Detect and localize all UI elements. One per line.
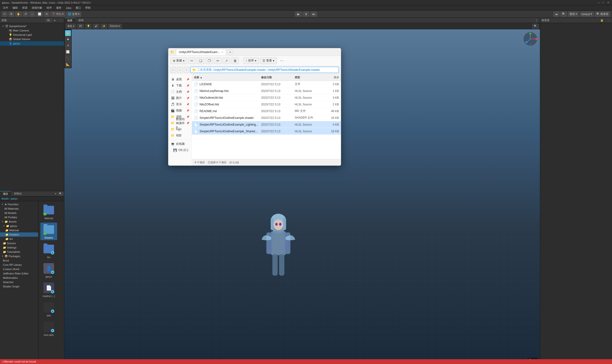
collab-btn[interactable]: ☁ xyxy=(553,12,560,17)
history-btn[interactable]: ↩ xyxy=(2,12,7,17)
hierarchy-item-ganyu[interactable]: 👤 ganyu xyxy=(0,41,64,46)
move-tool[interactable]: ✚ xyxy=(65,37,71,42)
fe-rename-btn[interactable]: ✏ xyxy=(214,57,222,64)
fe-file-niloinv[interactable]: 📄 NiloInvLerpRemap.hlsl 2023/7/22 5:13 H… xyxy=(192,88,341,94)
transform-move-btn[interactable]: ✋ xyxy=(15,12,22,17)
tree-searcher[interactable]: Searcher xyxy=(0,280,38,284)
tree-shaders[interactable]: 📁 Shaders xyxy=(0,233,38,237)
fe-delete-btn[interactable]: 🗑 xyxy=(231,57,239,64)
file-shaders[interactable]: ✓ Shaders xyxy=(40,222,57,240)
tree-core-rp[interactable]: Core RP Library xyxy=(0,263,38,267)
fe-tab-close-btn[interactable]: + xyxy=(221,51,223,53)
tab-scene[interactable]: 场景 xyxy=(64,18,75,23)
fe-file-readme[interactable]: 📄 README.md 2023/7/22 5:13 MD 文件 46 KB xyxy=(192,108,341,115)
shaded-btn[interactable]: 着色 ▾ xyxy=(66,24,76,28)
hierarchy-scene[interactable]: ▼ 🎬 SampleScene* xyxy=(0,24,64,28)
project-search[interactable]: 🔍 xyxy=(58,192,63,195)
scene-more-btn[interactable]: ⋮ xyxy=(533,19,540,22)
inspector-lock-btn[interactable]: 🔒 xyxy=(599,19,605,22)
audio-btn[interactable]: 🔊 xyxy=(93,24,99,28)
tab-project[interactable]: 项目 xyxy=(0,191,11,196)
tree-jetbrains[interactable]: JetBrains Rider Editor xyxy=(0,271,38,276)
gizmos-btn[interactable]: Gizmos ▾ xyxy=(108,24,122,28)
search-btn[interactable]: 🔍 xyxy=(560,12,567,17)
fe-sort-btn[interactable]: ↑ 排序 ▾ xyxy=(243,57,259,64)
fe-forward-btn[interactable]: → xyxy=(177,67,183,73)
window-controls[interactable]: — □ ✕ xyxy=(598,1,610,4)
hierarchy-more-btn[interactable]: ⋮ xyxy=(58,19,63,22)
menu-gameobject[interactable]: 游戏对象 xyxy=(30,6,44,10)
scale-tool[interactable]: ⬜ xyxy=(65,49,71,55)
coordinate-btn[interactable]: 🌐 全局 ▾ xyxy=(66,12,81,17)
file-readme[interactable]: 📄 + readme [...] xyxy=(40,281,57,299)
tree-all-materials[interactable]: All Materials xyxy=(0,207,38,211)
close-btn[interactable]: ✕ xyxy=(607,1,610,4)
tree-custom-nunit[interactable]: Custom NUnit xyxy=(0,267,38,271)
fe-sidebar-video[interactable]: 🎬 视频 📌 xyxy=(168,107,192,114)
2d-btn[interactable]: 2D xyxy=(77,24,84,28)
tree-ganyu[interactable]: ▼ 📁 ganyu xyxy=(0,224,38,228)
fe-sidebar-beginner[interactable]: 📁 初阶 xyxy=(168,132,192,139)
menu-jobs[interactable]: Jobs xyxy=(64,6,73,10)
transform-rotate-btn[interactable]: ↺ xyxy=(23,12,28,17)
tree-favorites[interactable]: ▼ ★ Favorites xyxy=(0,202,38,207)
tree-assets[interactable]: ▼ 📁 Assets xyxy=(0,220,38,224)
transform-scale-btn[interactable]: ↔ xyxy=(29,12,35,17)
maximize-btn[interactable]: □ xyxy=(602,1,605,4)
tree-mathematics[interactable]: Mathematics xyxy=(0,276,38,280)
menu-window[interactable]: 窗口 xyxy=(74,6,83,10)
hierarchy-search[interactable]: All xyxy=(45,18,52,22)
col-type-header[interactable]: 类型 xyxy=(293,76,322,79)
transform-rect-btn[interactable]: ⬜ xyxy=(36,12,43,17)
pivot-btn[interactable]: 📍 中心 ▾ xyxy=(51,12,65,17)
fe-new-btn[interactable]: ⊕ 新建 ▾ xyxy=(170,57,187,64)
col-name-header[interactable]: 名称 ▲ xyxy=(192,76,259,79)
tree-packages[interactable]: ▼ 📦 Packages xyxy=(0,254,38,258)
fe-sidebar-pictures[interactable]: 🖼 图片 📌 xyxy=(168,95,192,101)
fe-breadcrumb-2[interactable]: UnityURPToonLitShaderExample-master xyxy=(268,68,320,72)
scene-gizmo[interactable]: Y xyxy=(523,32,537,47)
tree-all-prefabs[interactable]: All Prefabs xyxy=(0,215,38,220)
menu-component[interactable]: 组件 xyxy=(45,6,54,10)
tree-all-models[interactable]: All Models xyxy=(0,211,38,215)
fe-new-tab-btn[interactable]: + xyxy=(227,49,233,55)
menu-assets[interactable]: 资源 xyxy=(20,6,29,10)
scene-search-btn[interactable]: 🔍 xyxy=(532,24,538,28)
inspector-search-btn[interactable]: 🔍 检查器 xyxy=(595,12,610,17)
fe-share-btn[interactable]: ↗ xyxy=(223,57,230,64)
fe-file-license[interactable]: 📄 LICENSE 2023/7/22 5:13 文件 2 KB xyxy=(192,81,341,88)
transform-all-btn[interactable]: ✢ xyxy=(44,12,50,17)
hierarchy-add-btn[interactable]: + xyxy=(53,18,57,22)
tree-matreial[interactable]: 📁 Matreial xyxy=(0,228,38,233)
fe-more-btn[interactable]: ⋯ xyxy=(278,57,286,64)
fe-address-bar[interactable]: 📁 二次元渲染 › UnityURPToonLitShaderExample-m… xyxy=(191,67,339,73)
tree-tex[interactable]: 📁 tex xyxy=(0,237,38,241)
hierarchy-item-volume[interactable]: 📦 Global Volume xyxy=(0,37,64,41)
fe-sidebar-downloads[interactable]: ⬇ 下载 📌 xyxy=(168,82,192,89)
col-size-header[interactable]: 大小 xyxy=(322,76,341,79)
rotate-tool[interactable]: ↺ xyxy=(65,43,71,49)
fe-breadcrumb-1[interactable]: UnityURPToonLitShaderExample-master xyxy=(214,68,266,72)
menu-services[interactable]: 服务 xyxy=(54,6,64,10)
fe-breadcrumb-root[interactable]: 二次元渲染 xyxy=(197,68,212,72)
fe-sidebar-desktop[interactable]: 🖥 桌面 📌 xyxy=(168,76,192,82)
tree-tutorialinfo[interactable]: 📁 TutorialInfo xyxy=(0,250,38,254)
menu-help[interactable]: 帮助 xyxy=(83,6,92,10)
custom-tool[interactable]: 📐 xyxy=(65,62,71,67)
fe-file-nilozoffset[interactable]: 📄 NiloZOffset.hlsl 2023/7/22 5:13 HLSL S… xyxy=(192,101,341,108)
menu-file[interactable]: 文件 xyxy=(1,6,10,10)
layout-btn[interactable]: Default ▾ xyxy=(580,12,594,17)
hierarchy-item-camera[interactable]: 📷 Main Camera xyxy=(0,28,64,33)
tab-game[interactable]: 游戏 xyxy=(75,18,87,23)
fe-cut-btn[interactable]: ✂ xyxy=(188,57,196,64)
pause-btn[interactable]: ⏸ xyxy=(303,12,309,17)
fe-file-lighting[interactable]: 📄 SimpleURPToonLitOutlineExample_Lightin… xyxy=(192,121,341,128)
file-ganyu[interactable]: 👤 + ganyu xyxy=(40,261,57,279)
tree-burst[interactable]: Burst xyxy=(0,258,38,263)
inspector-more-btn[interactable]: ⋮ xyxy=(606,19,611,22)
file-toon-defo[interactable]: + toon.defo xyxy=(40,320,57,337)
file-matreial[interactable]: ✓ Matreial xyxy=(40,203,57,221)
project-add-btn[interactable]: + xyxy=(53,192,58,195)
minimize-btn[interactable]: — xyxy=(598,1,600,4)
rect-tool[interactable]: ⬛ xyxy=(65,55,71,61)
